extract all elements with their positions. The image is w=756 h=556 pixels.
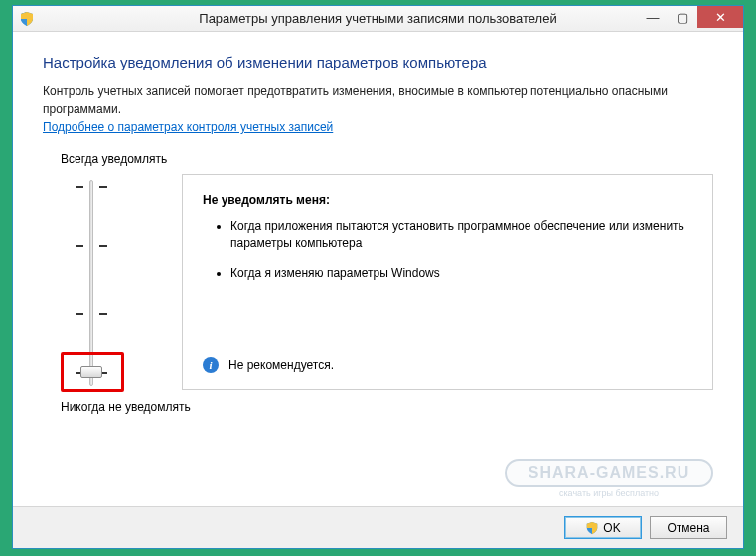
dialog-footer: OK Отмена — [13, 506, 743, 548]
intro-text: Контроль учетных записей помогает предот… — [43, 82, 713, 118]
info-icon: i — [203, 357, 219, 373]
uac-slider[interactable] — [43, 174, 142, 392]
ok-button[interactable]: OK — [564, 516, 642, 539]
slider-area: Всегда уведомлять Не уведомлять меня: Ко… — [43, 152, 713, 414]
description-title: Не уведомлять меня: — [203, 193, 692, 207]
uac-settings-window: Параметры управления учетными записями п… — [12, 5, 744, 549]
slider-label-always: Всегда уведомлять — [61, 152, 713, 166]
cancel-label: Отмена — [667, 521, 709, 535]
shield-icon — [19, 11, 35, 27]
shield-icon — [585, 521, 599, 535]
slider-row: Не уведомлять меня: Когда приложения пыт… — [43, 174, 713, 392]
content-area: Настройка уведомления об изменении парам… — [13, 32, 743, 424]
slider-label-never: Никогда не уведомлять — [61, 400, 713, 414]
window-controls: — ▢ ✕ — [638, 6, 743, 28]
recommendation-row: i Не рекомендуется. — [203, 357, 334, 373]
maximize-button[interactable]: ▢ — [668, 6, 697, 28]
recommendation-text: Не рекомендуется. — [228, 358, 334, 372]
learn-more-link[interactable]: Подробнее о параметрах контроля учетных … — [43, 120, 333, 134]
list-item: Когда приложения пытаются установить про… — [230, 218, 692, 253]
slider-tick — [76, 186, 107, 188]
window-title: Параметры управления учетными записями п… — [13, 11, 743, 26]
ok-label: OK — [603, 521, 620, 535]
list-item: Когда я изменяю параметры Windows — [230, 265, 692, 282]
cancel-button[interactable]: Отмена — [650, 516, 727, 539]
description-list: Когда приложения пытаются установить про… — [230, 218, 692, 282]
watermark-main: SHARA-GAMES.RU — [505, 459, 713, 486]
slider-tick — [76, 313, 107, 315]
minimize-button[interactable]: — — [638, 6, 668, 28]
slider-track — [89, 180, 93, 386]
watermark-sub: скачать игры бесплатно — [505, 488, 713, 498]
description-panel: Не уведомлять меня: Когда приложения пыт… — [182, 174, 713, 390]
close-button[interactable]: ✕ — [697, 6, 743, 28]
page-heading: Настройка уведомления об изменении парам… — [43, 54, 713, 70]
slider-tick — [76, 245, 107, 247]
slider-thumb[interactable] — [80, 366, 102, 378]
watermark: SHARA-GAMES.RU скачать игры бесплатно — [505, 459, 713, 500]
titlebar: Параметры управления учетными записями п… — [13, 6, 743, 32]
